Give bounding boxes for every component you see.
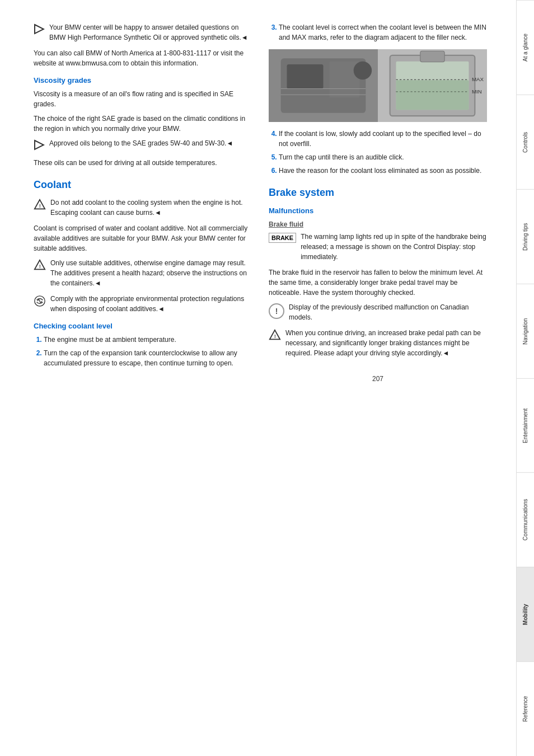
page-container: Your BMW center will be happy to answer …: [0, 0, 534, 756]
sae-note: Approved oils belong to the SAE grades 5…: [34, 138, 252, 152]
coolant-step4: If the coolant is low, slowly add coolan…: [279, 129, 487, 149]
viscosity-text3: These oils can be used for driving at al…: [34, 158, 252, 168]
triangle-right-icon2: [34, 138, 45, 152]
coolant-steps: The engine must be at ambient temperatur…: [34, 335, 252, 368]
svg-text:MIN: MIN: [472, 88, 482, 95]
sidebar-tab-reference[interactable]: Reference: [517, 661, 534, 756]
svg-point-12: [354, 62, 372, 80]
svg-marker-1: [35, 140, 44, 149]
viscosity-text2: The choice of the right SAE grade is bas…: [34, 114, 252, 134]
svg-text:MAX: MAX: [472, 76, 484, 82]
svg-rect-22: [396, 80, 469, 110]
warning-triangle-icon2: !: [34, 258, 46, 273]
svg-rect-10: [287, 64, 324, 88]
coolant-heading: Coolant: [34, 179, 252, 191]
triangle-right-icon: [34, 22, 45, 36]
brake-label: BRAKE: [269, 233, 296, 243]
env-icon: [34, 294, 46, 309]
main-content: Your BMW center will be happy to answer …: [0, 0, 516, 756]
coolant-env-text: Comply with the appropriate environmenta…: [50, 294, 252, 314]
sidebar-tab-mobility[interactable]: Mobility: [517, 567, 534, 661]
brake-system-heading: Brake system: [269, 187, 487, 199]
info-circle-icon: !: [269, 303, 284, 319]
brake-fluid-text: The brake fluid in the reservoir has fal…: [269, 267, 487, 298]
brake-warning-text: The warning lamp lights red up in spite …: [301, 232, 487, 262]
brake-fluid-heading: Brake fluid: [269, 220, 487, 228]
sidebar: At a glance Controls Driving tips Naviga…: [516, 0, 534, 756]
svg-text:!: !: [39, 204, 41, 209]
coolant-text1: Coolant is comprised of water and coolan…: [34, 223, 252, 253]
svg-rect-21: [420, 51, 444, 62]
checking-coolant-heading: Checking coolant level: [34, 322, 252, 330]
sidebar-tab-communications[interactable]: Communications: [517, 472, 534, 567]
viscosity-heading: Viscosity grades: [34, 76, 252, 84]
svg-marker-0: [35, 25, 44, 34]
brake-driving-warning-text: When you continue driving, an increased …: [285, 328, 487, 358]
page-number: 207: [269, 375, 487, 394]
coolant-step1: The engine must be at ambient temperatur…: [44, 335, 252, 345]
malfunctions-heading: Malfunctions: [269, 206, 487, 215]
brake-warning-note: BRAKE The warning lamp lights red up in …: [269, 232, 487, 262]
right-column: The coolant level is correct when the co…: [269, 22, 487, 734]
left-column: Your BMW center will be happy to answer …: [34, 22, 252, 734]
warning-triangle-icon1: !: [34, 198, 46, 213]
sidebar-tab-entertainment[interactable]: Entertainment: [517, 378, 534, 473]
coolant-step5: Turn the cap until there is an audible c…: [279, 152, 487, 162]
canadian-note: ! Display of the previously described ma…: [269, 302, 487, 322]
bmw-center-note: Your BMW center will be happy to answer …: [34, 22, 252, 43]
coolant-step6: Have the reason for the coolant loss eli…: [279, 166, 487, 176]
svg-text:!: !: [39, 264, 41, 269]
coolant-warning2: ! Only use suitable additives, otherwise…: [34, 258, 252, 288]
sidebar-tab-navigation[interactable]: Navigation: [517, 284, 534, 378]
bmw-center-note-text: Your BMW center will be happy to answer …: [49, 22, 252, 43]
coolant-env-note: Comply with the appropriate environmenta…: [34, 294, 252, 314]
sidebar-tab-controls[interactable]: Controls: [517, 95, 534, 189]
warning-triangle-icon3: !: [269, 328, 281, 343]
coolant-diagram-image: MAX MIN: [269, 49, 487, 122]
coolant-steps-continued: The coolant level is correct when the co…: [269, 22, 487, 43]
coolant-warning1-text: Do not add coolant to the cooling system…: [50, 198, 252, 218]
coolant-step2: Turn the cap of the expansion tank count…: [44, 348, 252, 368]
coolant-step3: The coolant level is correct when the co…: [279, 22, 487, 43]
coolant-warning1: ! Do not add coolant to the cooling syst…: [34, 198, 252, 218]
sidebar-tab-driving-tips[interactable]: Driving tips: [517, 189, 534, 284]
viscosity-text1: Viscosity is a measure of an oil's flow …: [34, 89, 252, 109]
sae-note-text: Approved oils belong to the SAE grades 5…: [49, 138, 233, 148]
svg-text:!: !: [274, 334, 276, 339]
bmw-contact-text: You can also call BMW of North America a…: [34, 48, 252, 68]
sidebar-tab-at-a-glance[interactable]: At a glance: [517, 0, 534, 95]
coolant-steps-4-6: If the coolant is low, slowly add coolan…: [269, 129, 487, 176]
coolant-warning2-text: Only use suitable additives, otherwise e…: [50, 258, 252, 288]
canadian-note-text: Display of the previously described malf…: [289, 302, 487, 322]
brake-driving-warning: ! When you continue driving, an increase…: [269, 328, 487, 358]
